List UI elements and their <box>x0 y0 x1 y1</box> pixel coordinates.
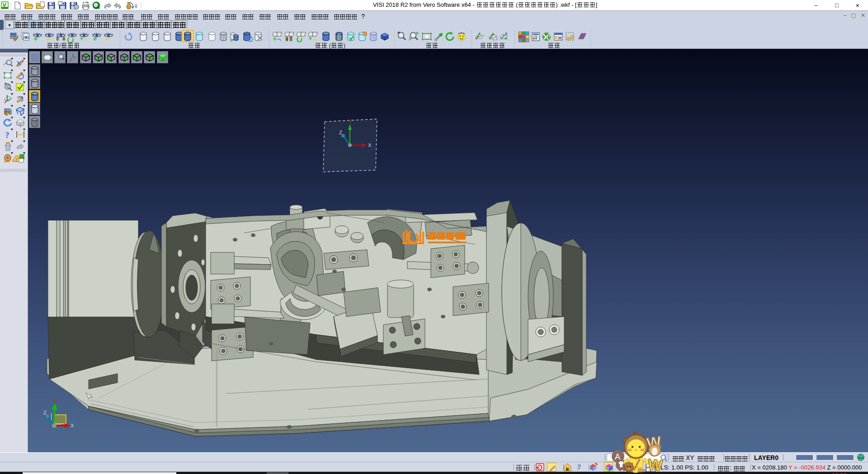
svg-text:Z: Z <box>339 130 342 135</box>
svg-text:Z: Z <box>43 410 47 415</box>
svg-text:X: X <box>71 423 74 428</box>
svg-text:Y: Y <box>349 118 352 124</box>
svg-text:W: W <box>647 455 664 474</box>
svg-text:X: X <box>368 142 372 148</box>
svg-text:?: ? <box>5 130 9 140</box>
svg-text:V: V <box>3 2 6 8</box>
